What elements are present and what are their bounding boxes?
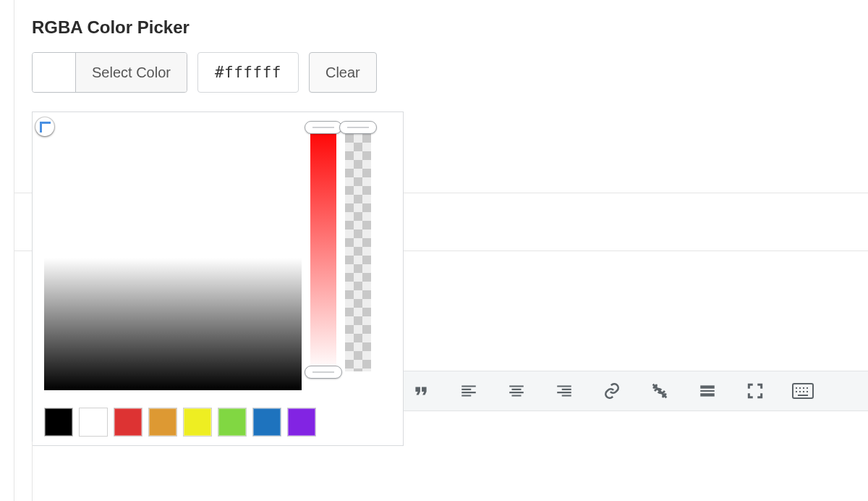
- hue-column: [310, 125, 336, 390]
- select-color-button[interactable]: Select Color: [76, 53, 187, 92]
- preset-swatch[interactable]: [114, 408, 142, 437]
- alpha-column: [345, 125, 371, 390]
- link-icon[interactable]: [600, 379, 624, 403]
- left-rail: [0, 0, 14, 501]
- hue-slider-knob[interactable]: [305, 121, 342, 134]
- preset-swatch[interactable]: [183, 408, 212, 437]
- keyboard-icon[interactable]: [791, 379, 814, 403]
- alpha-strip[interactable]: [345, 125, 371, 371]
- unlink-icon[interactable]: [648, 379, 671, 403]
- align-left-icon[interactable]: [457, 379, 480, 403]
- blockquote-icon[interactable]: [409, 379, 433, 403]
- hex-input[interactable]: [197, 52, 299, 93]
- preset-swatch[interactable]: [287, 408, 316, 437]
- preset-swatch-row: [44, 408, 391, 437]
- svg-rect-0: [700, 385, 715, 388]
- preset-swatch[interactable]: [148, 408, 177, 437]
- align-center-icon[interactable]: [505, 379, 528, 403]
- hue-slider-knob-bottom[interactable]: [305, 366, 342, 379]
- svg-rect-1: [700, 390, 715, 392]
- field-title: RGBA Color Picker: [32, 17, 868, 38]
- alpha-slider-knob[interactable]: [339, 121, 377, 134]
- svg-rect-2: [700, 393, 715, 396]
- current-color-swatch[interactable]: [33, 53, 76, 92]
- field-container: RGBA Color Picker Select Color Clear: [32, 17, 868, 103]
- clear-button[interactable]: Clear: [309, 52, 377, 93]
- picker-body: [44, 125, 391, 396]
- preset-swatch[interactable]: [44, 408, 73, 437]
- select-color-group: Select Color: [32, 52, 187, 93]
- preset-swatch[interactable]: [252, 408, 281, 437]
- hue-strip[interactable]: [310, 125, 336, 371]
- saturation-value-area[interactable]: [44, 125, 302, 390]
- preset-swatch[interactable]: [79, 408, 108, 437]
- editor-toolbar: [404, 371, 868, 411]
- align-right-icon[interactable]: [553, 379, 576, 403]
- fullscreen-icon[interactable]: [744, 379, 767, 403]
- preset-swatch[interactable]: [218, 408, 247, 437]
- editor-content-area[interactable]: [32, 442, 868, 501]
- sv-cursor-icon[interactable]: [35, 117, 54, 136]
- read-more-icon[interactable]: [696, 379, 719, 403]
- controls-row: Select Color Clear: [32, 52, 868, 93]
- color-picker-panel: [32, 111, 404, 446]
